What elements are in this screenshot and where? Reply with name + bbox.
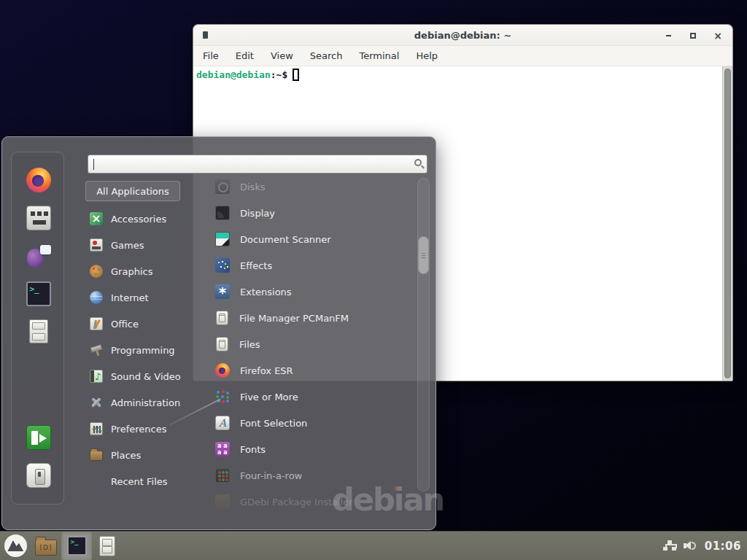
terminal-menu-edit[interactable]: Edit	[236, 50, 254, 61]
debian-watermark: debian	[332, 481, 444, 518]
sound-icon	[90, 370, 103, 383]
category-label: Graphics	[111, 266, 152, 277]
favorites-panel	[11, 152, 64, 505]
volume-icon[interactable]	[684, 540, 697, 551]
search-icon	[414, 159, 422, 166]
app-item[interactable]: Document Scanner	[215, 226, 411, 252]
taskbar-files-button[interactable]	[92, 532, 123, 560]
debian-watermark-dot	[394, 486, 398, 491]
category-item[interactable]: Games	[85, 232, 204, 258]
display-icon	[215, 206, 230, 220]
app-item[interactable]: Fonts	[215, 436, 411, 462]
app-label: Five or More	[240, 392, 298, 402]
terminal-scrollbar-handle[interactable]	[724, 69, 731, 378]
places-icon	[90, 451, 103, 461]
terminal-icon	[67, 536, 87, 556]
category-item[interactable]: Office	[85, 311, 204, 337]
app-item[interactable]: Font Selection	[215, 410, 411, 436]
games-icon	[90, 238, 103, 252]
terminal-menu-terminal[interactable]: Terminal	[359, 50, 399, 61]
app-label: Display	[240, 208, 275, 219]
preferences-icon	[90, 422, 103, 435]
files-icon[interactable]	[29, 319, 48, 343]
keyboard-icon[interactable]	[26, 206, 51, 230]
app-item[interactable]: Extensions	[215, 279, 411, 305]
maximize-button[interactable]	[689, 31, 697, 40]
category-label: Preferences	[111, 424, 166, 435]
category-item[interactable]: Places	[85, 442, 204, 468]
favorites-system	[12, 387, 65, 488]
files-icon	[99, 536, 115, 556]
app-label: Fonts	[240, 444, 266, 455]
terminal-titlebar[interactable]: debian@debian: ~ ×	[193, 25, 732, 46]
accessories-icon	[90, 212, 103, 225]
applications-menu: All ApplicationsAccessoriesGamesGraphics…	[1, 136, 436, 530]
app-item[interactable]: Five or More	[215, 384, 411, 410]
office-icon	[90, 317, 103, 330]
terminal-menu-view[interactable]: View	[271, 50, 293, 61]
app-label: Effects	[240, 260, 272, 271]
app-item[interactable]: File Manager PCManFM	[215, 305, 411, 331]
category-label: Games	[111, 240, 144, 251]
app-item[interactable]: Files	[215, 331, 411, 357]
minimize-button[interactable]	[664, 31, 673, 40]
close-button[interactable]: ×	[713, 31, 722, 40]
cabinet-icon	[216, 337, 228, 351]
menu-scrollbar-handle[interactable]	[418, 236, 429, 274]
internet-icon	[90, 291, 103, 304]
category-item[interactable]: Internet	[85, 284, 204, 311]
cabinet-icon	[216, 311, 228, 325]
search-input[interactable]	[88, 155, 427, 174]
gdebi-icon	[215, 494, 230, 509]
app-item[interactable]: Effects	[215, 252, 411, 279]
taskbar-buttons	[0, 532, 123, 560]
category-label: Sound & Video	[111, 371, 181, 382]
lock-screen-icon[interactable]	[26, 387, 51, 412]
network-icon[interactable]	[663, 540, 676, 551]
app-item[interactable]: Disks	[215, 174, 411, 200]
terminal-menu-help[interactable]: Help	[416, 50, 438, 61]
category-label: Programming	[111, 345, 175, 356]
category-item[interactable]: Recent Files	[85, 468, 204, 494]
terminal-title: debian@debian: ~	[193, 30, 732, 41]
graphics-icon	[90, 265, 103, 278]
taskbar-menu-button[interactable]	[0, 532, 31, 560]
application-list: DisksDisplayDocument ScannerEffectsExten…	[215, 174, 411, 515]
pidgin-icon[interactable]	[26, 244, 51, 268]
terminal-icon[interactable]	[26, 281, 51, 306]
four-icon	[215, 468, 230, 483]
firefox-icon[interactable]	[26, 168, 51, 192]
category-item[interactable]: Sound & Video	[85, 363, 204, 389]
extensions-icon	[215, 284, 230, 299]
logout-icon[interactable]	[26, 425, 51, 450]
folder-icon	[35, 540, 57, 556]
category-all-applications[interactable]: All Applications	[85, 181, 180, 201]
app-label: Font Selection	[240, 418, 307, 429]
app-label: Document Scanner	[240, 234, 331, 245]
menu-icon	[4, 534, 27, 557]
category-list: All ApplicationsAccessoriesGamesGraphics…	[85, 181, 204, 494]
terminal-scrollbar[interactable]	[722, 66, 732, 381]
search-caret	[93, 159, 94, 170]
scanner-icon	[215, 232, 230, 246]
shutdown-icon[interactable]	[26, 463, 51, 488]
category-item[interactable]: Administration	[85, 389, 204, 416]
category-label: Accessories	[111, 214, 166, 225]
app-item[interactable]: Firefox ESR	[215, 357, 411, 384]
category-item[interactable]: Preferences	[85, 416, 204, 442]
terminal-cursor	[293, 69, 299, 81]
terminal-menu-search[interactable]: Search	[310, 50, 343, 61]
taskbar-folder-button[interactable]	[31, 532, 61, 560]
category-item[interactable]: Accessories	[85, 206, 204, 232]
taskbar-terminal-button[interactable]	[61, 532, 92, 560]
app-label: Files	[239, 339, 260, 350]
app-item[interactable]: Display	[215, 200, 411, 226]
terminal-prompt: debian@debian:~$	[196, 69, 299, 81]
menu-scrollbar-track[interactable]	[417, 178, 430, 491]
clock[interactable]: 01:06	[705, 540, 741, 553]
category-item[interactable]: Programming	[85, 337, 204, 363]
app-label: Firefox ESR	[240, 365, 293, 376]
category-item[interactable]: Graphics	[85, 258, 204, 284]
dots-icon	[215, 389, 230, 404]
terminal-menu-file[interactable]: File	[203, 50, 219, 61]
